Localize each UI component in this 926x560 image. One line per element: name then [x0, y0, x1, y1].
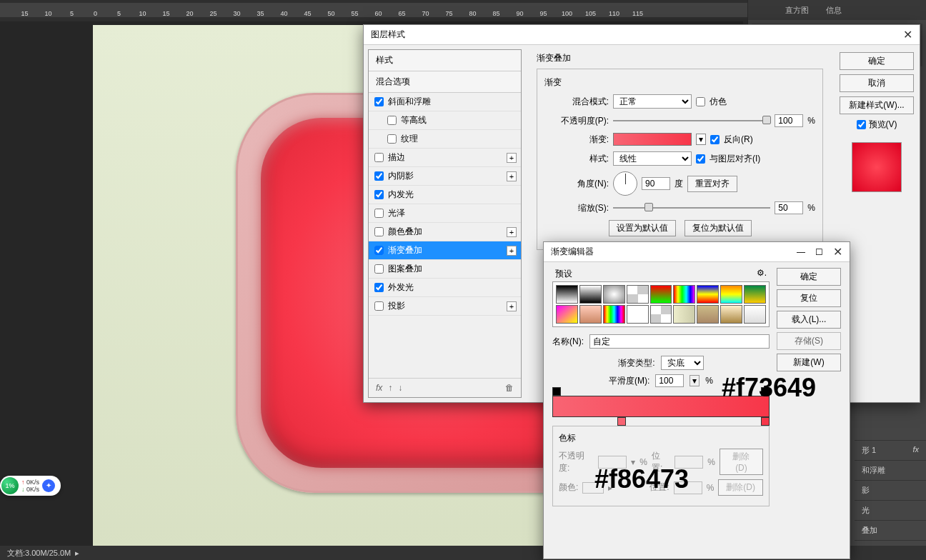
gradient-preset[interactable]: [627, 305, 649, 324]
gradient-swatch[interactable]: [613, 133, 692, 146]
gradient-preset[interactable]: [627, 285, 649, 304]
style-checkbox[interactable]: [374, 190, 384, 199]
gradient-preset[interactable]: [697, 285, 719, 304]
style-item-光泽[interactable]: 光泽: [369, 204, 521, 223]
gradient-preset[interactable]: [673, 305, 695, 324]
style-item-内发光[interactable]: 内发光: [369, 186, 521, 204]
plus-icon[interactable]: +: [507, 153, 517, 163]
style-checkbox[interactable]: [374, 283, 384, 292]
gradient-preset[interactable]: [650, 285, 672, 304]
reset-default-button[interactable]: 复位为默认值: [684, 220, 752, 236]
style-checkbox[interactable]: [374, 153, 384, 162]
style-item-图案叠加[interactable]: 图案叠加: [369, 260, 521, 279]
style-checkbox[interactable]: [374, 209, 384, 218]
grad-type-select[interactable]: 实底: [661, 356, 704, 370]
style-item-投影[interactable]: 投影+: [369, 297, 521, 316]
preview-checkbox[interactable]: [857, 120, 866, 129]
reset-align-button[interactable]: 重置对齐: [687, 176, 737, 192]
plus-icon[interactable]: +: [507, 227, 517, 237]
fx-icon[interactable]: fx: [376, 383, 382, 393]
dither-checkbox[interactable]: [696, 97, 705, 106]
style-item-斜面和浮雕[interactable]: 斜面和浮雕: [369, 93, 521, 111]
style-checkbox[interactable]: [374, 264, 384, 274]
angle-dial[interactable]: [613, 171, 637, 196]
tab-info[interactable]: 信息: [817, 5, 850, 16]
tab-histogram[interactable]: 直方图: [777, 5, 817, 16]
style-item-颜色叠加[interactable]: 颜色叠加+: [369, 223, 521, 241]
ge-load-button[interactable]: 载入(L)...: [777, 311, 841, 329]
ge-reset-button[interactable]: 复位: [777, 289, 841, 307]
layer-effect-row[interactable]: 叠加: [855, 520, 926, 540]
trash-icon[interactable]: 🗑: [505, 383, 514, 393]
gradient-preset[interactable]: [603, 285, 625, 304]
gradient-preset[interactable]: [720, 285, 742, 304]
scale-slider[interactable]: [613, 202, 770, 214]
opacity-input[interactable]: [775, 114, 803, 127]
close-icon[interactable]: ✕: [903, 28, 912, 41]
reverse-checkbox[interactable]: [710, 135, 720, 144]
notification-badge[interactable]: ✦: [42, 479, 55, 492]
gradient-preset[interactable]: [579, 305, 602, 324]
gradient-preset[interactable]: [673, 285, 695, 304]
style-item-等高线[interactable]: 等高线: [369, 111, 521, 130]
plus-icon[interactable]: +: [507, 171, 517, 181]
style-checkbox[interactable]: [374, 301, 384, 311]
gradient-preset[interactable]: [556, 305, 578, 324]
delete-color-stop-button[interactable]: 删除(D): [718, 479, 763, 496]
ge-ok-button[interactable]: 确定: [777, 268, 841, 286]
style-select[interactable]: 线性: [613, 151, 692, 166]
close-icon[interactable]: ✕: [833, 245, 842, 259]
gradient-dropdown-icon[interactable]: ▾: [696, 134, 706, 145]
style-checkbox[interactable]: [387, 116, 397, 125]
gradient-preset[interactable]: [720, 305, 742, 324]
new-style-button[interactable]: 新建样式(W)...: [840, 96, 914, 114]
make-default-button[interactable]: 设置为默认值: [609, 220, 676, 236]
layer-effect-row[interactable]: 和浮雕: [855, 460, 926, 480]
dropdown-icon[interactable]: ▾: [689, 375, 700, 386]
up-arrow-icon[interactable]: ↑: [388, 383, 392, 393]
ge-save-button[interactable]: 存储(S): [777, 332, 841, 350]
style-item-描边[interactable]: 描边+: [369, 149, 521, 167]
blend-options-row[interactable]: 混合选项: [369, 71, 521, 93]
dialog-titlebar[interactable]: 图层样式 ✕: [364, 25, 920, 45]
plus-icon[interactable]: +: [507, 246, 517, 256]
maximize-icon[interactable]: ☐: [815, 247, 823, 257]
style-checkbox[interactable]: [374, 246, 384, 255]
gradient-preset[interactable]: [697, 305, 719, 324]
style-checkbox[interactable]: [374, 171, 384, 181]
layer-effect-row[interactable]: 影: [855, 480, 926, 500]
gradient-preset[interactable]: [603, 305, 625, 324]
layer-effect-row[interactable]: 光: [855, 500, 926, 520]
angle-input[interactable]: [642, 177, 670, 190]
blend-mode-select[interactable]: 正常: [613, 94, 692, 109]
gear-icon[interactable]: ⚙.: [757, 268, 767, 280]
gradient-preset[interactable]: [556, 285, 578, 304]
network-indicator[interactable]: 1% ↑ 0K/s ↓ 0K/s ✦: [0, 476, 61, 496]
gradient-preset[interactable]: [650, 305, 672, 324]
ok-button[interactable]: 确定: [840, 52, 914, 70]
smoothness-input[interactable]: [655, 374, 684, 387]
gradient-preset[interactable]: [744, 305, 766, 324]
layer-row[interactable]: 形 1 fx: [855, 440, 926, 460]
dropdown-icon[interactable]: ▸: [75, 549, 79, 558]
style-item-纹理[interactable]: 纹理: [369, 130, 521, 149]
cancel-button[interactable]: 取消: [840, 74, 914, 92]
down-arrow-icon[interactable]: ↓: [398, 383, 402, 393]
delete-opacity-stop-button[interactable]: 删除(D): [720, 449, 763, 475]
gradient-name-input[interactable]: [589, 334, 770, 349]
scale-input[interactable]: [775, 201, 803, 214]
dialog-titlebar[interactable]: 渐变编辑器 — ☐ ✕: [544, 242, 850, 262]
gradient-preset[interactable]: [579, 285, 602, 304]
style-checkbox[interactable]: [374, 227, 384, 236]
style-item-内阴影[interactable]: 内阴影+: [369, 167, 521, 186]
style-checkbox[interactable]: [387, 134, 397, 144]
ge-new-button[interactable]: 新建(W): [777, 354, 841, 371]
opacity-slider[interactable]: [613, 115, 770, 126]
style-item-渐变叠加[interactable]: 渐变叠加+: [369, 241, 521, 260]
plus-icon[interactable]: +: [507, 301, 517, 311]
fx-badge[interactable]: fx: [912, 445, 919, 456]
gradient-preset[interactable]: [744, 285, 766, 304]
style-item-外发光[interactable]: 外发光: [369, 279, 521, 297]
style-checkbox[interactable]: [374, 97, 384, 106]
align-checkbox[interactable]: [696, 154, 705, 164]
